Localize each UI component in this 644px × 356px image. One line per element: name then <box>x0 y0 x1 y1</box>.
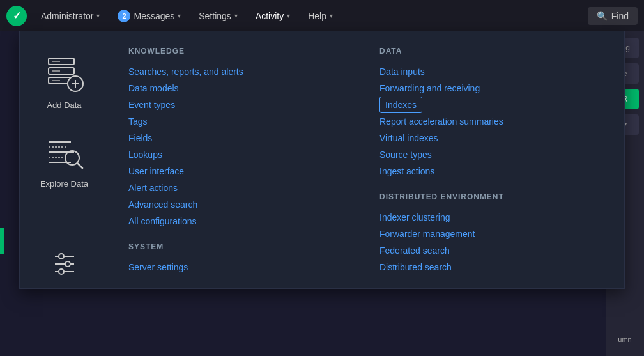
help-chevron-icon: ▾ <box>330 12 333 19</box>
menu-link-data-inputs[interactable]: Data inputs <box>379 63 605 80</box>
messages-chevron-icon: ▾ <box>178 12 181 19</box>
settings-label: Settings <box>199 11 231 21</box>
distributed-section-title: DISTRIBUTED ENVIRONMENT <box>379 192 605 201</box>
svg-point-17 <box>59 254 64 259</box>
main-area: ing e R ▾ umn <box>0 31 644 356</box>
menu-link-ingest-actions[interactable]: Ingest actions <box>379 163 605 180</box>
svg-point-19 <box>65 261 70 267</box>
settings-dropdown: Add Data Explore Dat <box>19 31 625 289</box>
find-button[interactable]: 🔍 Find <box>588 7 638 25</box>
explore-data-label: Explore Data <box>40 179 88 189</box>
system-section-title: SYSTEM <box>128 242 354 251</box>
green-bar-indicator <box>0 228 4 254</box>
add-data-icon <box>42 50 87 95</box>
add-data-label: Add Data <box>47 100 81 110</box>
dropdown-sidebar: Add Data Explore Dat <box>20 44 109 275</box>
menu-link-user-interface[interactable]: User interface <box>128 163 354 180</box>
menu-link-fields[interactable]: Fields <box>128 130 354 146</box>
admin-chevron-icon: ▾ <box>96 12 100 19</box>
data-column: DATA Data inputs Forwarding and receivin… <box>379 44 605 275</box>
svg-line-15 <box>77 163 82 168</box>
menu-link-federated-search[interactable]: Federated search <box>379 242 605 259</box>
menu-link-lookups[interactable]: Lookups <box>128 146 354 163</box>
explore-data-item[interactable]: Explore Data <box>40 129 88 189</box>
activity-label: Activity <box>256 11 284 21</box>
activity-chevron-icon: ▾ <box>287 12 290 19</box>
settings-chevron-icon: ▾ <box>234 12 238 19</box>
messages-menu[interactable]: 2 Messages ▾ <box>110 6 188 26</box>
menu-link-all-configurations[interactable]: All configurations <box>128 213 354 229</box>
menu-link-distributed-search[interactable]: Distributed search <box>379 259 605 275</box>
messages-label: Messages <box>134 11 174 21</box>
menu-link-forwarder-management[interactable]: Forwarder management <box>379 226 605 242</box>
explore-data-icon <box>42 129 87 174</box>
activity-menu[interactable]: Activity ▾ <box>248 7 298 25</box>
data-section-title: DATA <box>379 47 605 56</box>
controls-item[interactable] <box>20 237 109 288</box>
menu-link-virtual-indexes[interactable]: Virtual indexes <box>379 130 605 146</box>
menu-link-report-acceleration[interactable]: Report acceleration summaries <box>379 113 605 130</box>
menu-link-data-models[interactable]: Data models <box>128 80 354 97</box>
find-label: Find <box>611 11 629 21</box>
knowledge-column: KNOWLEDGE Searches, reports, and alerts … <box>128 44 354 275</box>
dropdown-menu-content: KNOWLEDGE Searches, reports, and alerts … <box>109 44 624 275</box>
menu-link-searches[interactable]: Searches, reports, and alerts <box>128 63 354 80</box>
menu-link-indexes[interactable]: Indexes <box>379 97 422 113</box>
messages-badge: 2 <box>118 10 130 22</box>
menu-link-indexer-clustering[interactable]: Indexer clustering <box>379 209 605 226</box>
search-icon: 🔍 <box>597 11 608 21</box>
menu-link-source-types[interactable]: Source types <box>379 146 605 163</box>
admin-label: Administrator <box>41 11 93 21</box>
admin-menu[interactable]: Administrator ▾ <box>33 7 107 25</box>
help-label: Help <box>308 11 326 21</box>
menu-link-event-types[interactable]: Event types <box>128 97 354 113</box>
column-label: umn <box>618 336 631 356</box>
add-data-item[interactable]: Add Data <box>42 50 87 110</box>
menu-link-alert-actions[interactable]: Alert actions <box>128 180 354 196</box>
help-menu[interactable]: Help ▾ <box>300 7 341 25</box>
menu-link-forwarding[interactable]: Forwarding and receiving <box>379 80 605 97</box>
topbar: ✓ Administrator ▾ 2 Messages ▾ Settings … <box>0 0 644 31</box>
settings-menu[interactable]: Settings ▾ <box>191 7 245 25</box>
menu-link-server-settings[interactable]: Server settings <box>128 259 354 275</box>
menu-link-tags[interactable]: Tags <box>128 113 354 130</box>
logo-icon[interactable]: ✓ <box>6 6 27 26</box>
svg-point-21 <box>59 269 64 274</box>
menu-link-advanced-search[interactable]: Advanced search <box>128 196 354 213</box>
knowledge-section-title: KNOWLEDGE <box>128 47 354 56</box>
